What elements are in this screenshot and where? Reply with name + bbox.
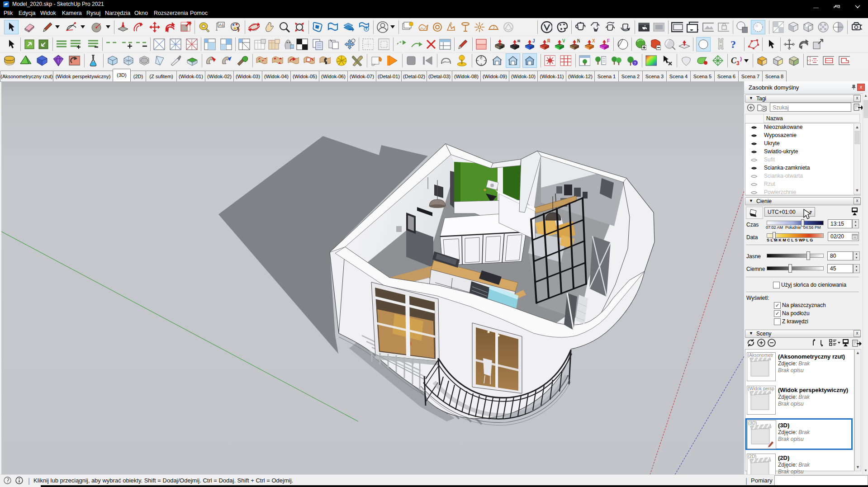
svg-text:N: N bbox=[577, 38, 580, 43]
svg-text:?: ? bbox=[730, 38, 736, 50]
svg-text:A1: A1 bbox=[219, 23, 224, 27]
svg-text:V: V bbox=[562, 38, 565, 43]
svg-text:C: C bbox=[480, 56, 483, 60]
svg-text:3: 3 bbox=[736, 60, 740, 66]
svg-text:J: J bbox=[532, 38, 535, 43]
svg-text:?: ? bbox=[634, 61, 636, 66]
svg-text:X: X bbox=[592, 38, 595, 43]
svg-text:F: F bbox=[607, 38, 610, 43]
svg-text:R: R bbox=[547, 38, 550, 43]
